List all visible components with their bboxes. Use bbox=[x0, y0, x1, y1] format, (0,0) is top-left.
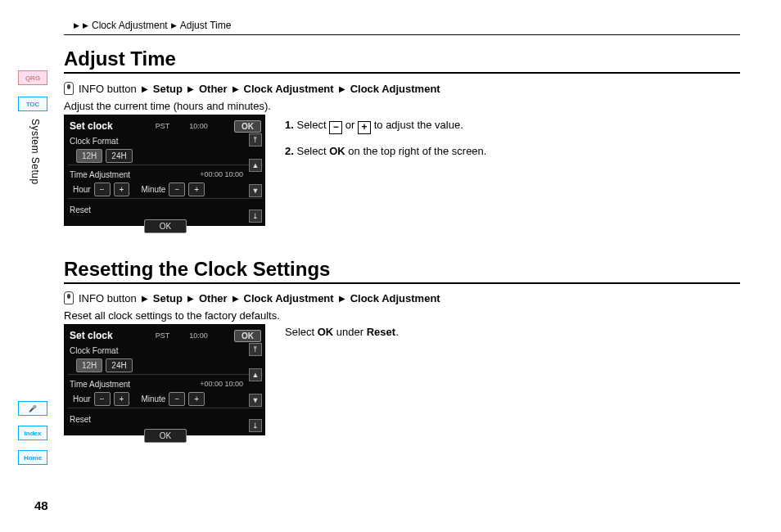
breadcrumb-item[interactable]: Adjust Time bbox=[180, 20, 232, 31]
instruction-steps: 1. Select − or + to adjust the value. 2.… bbox=[285, 118, 498, 169]
triangle-icon: ▶ bbox=[232, 294, 239, 303]
triangle-icon: ▶ bbox=[339, 294, 345, 303]
shot-title: Set clock bbox=[70, 330, 113, 341]
shot-ok-top[interactable]: OK bbox=[234, 120, 261, 133]
scroll-up-icon[interactable]: ▲ bbox=[249, 159, 262, 172]
shot-hour-minus[interactable]: − bbox=[94, 183, 111, 196]
shot-minute-label: Minute bbox=[141, 394, 165, 404]
shot-reset-ok[interactable]: OK bbox=[144, 429, 187, 443]
shot-timezone: PST bbox=[156, 331, 170, 340]
path-clock-adjustment: Clock Adjustment bbox=[350, 292, 440, 304]
shot-time: 10:00 bbox=[189, 122, 208, 130]
shot-time: 10:00 bbox=[189, 331, 208, 340]
shot-offset: +00:00 10:00 bbox=[200, 170, 243, 178]
path-setup: Setup bbox=[153, 83, 183, 95]
tab-index[interactable]: Index bbox=[18, 426, 47, 440]
shot-12h[interactable]: 12H bbox=[76, 149, 102, 163]
voice-icon bbox=[64, 82, 74, 95]
triangle-icon: ▶ bbox=[171, 21, 177, 29]
path-clock-adjustment: Clock Adjustment bbox=[244, 292, 334, 304]
shot-hour-plus[interactable]: + bbox=[114, 392, 130, 406]
shot-hour-plus[interactable]: + bbox=[114, 183, 130, 196]
tab-toc[interactable]: TOC bbox=[18, 97, 47, 111]
heading-reset-clock: Resetting the Clock Settings bbox=[64, 258, 330, 281]
shot-minute-plus[interactable]: + bbox=[188, 392, 205, 406]
shot-reset-ok[interactable]: OK bbox=[144, 219, 187, 233]
triangle-icon: ▶ bbox=[74, 21, 79, 29]
triangle-icon: ▶ bbox=[187, 84, 194, 93]
step-text: to adjust the value. bbox=[374, 119, 463, 131]
screenshot-set-clock: Set clock PST 10:00 OK Clock Format 12H … bbox=[64, 324, 265, 435]
voice-icon bbox=[64, 291, 74, 304]
scroll-top-icon[interactable]: ⤒ bbox=[249, 133, 262, 147]
triangle-icon: ▶ bbox=[339, 84, 345, 93]
breadcrumb-item[interactable]: Clock Adjustment bbox=[92, 20, 168, 31]
path-clock-adjustment: Clock Adjustment bbox=[244, 83, 334, 95]
shot-offset: +00:00 10:00 bbox=[200, 380, 243, 388]
nav-path: INFO button ▶ Setup ▶ Other ▶ Clock Adju… bbox=[64, 82, 440, 95]
triangle-icon: ▶ bbox=[187, 294, 194, 303]
shot-reset-label: Reset bbox=[70, 205, 91, 214]
reset-instruction: Select OK under Reset. bbox=[285, 326, 399, 338]
shot-timezone: PST bbox=[156, 122, 170, 130]
shot-12h[interactable]: 12H bbox=[76, 358, 102, 372]
tab-qrg[interactable]: QRG bbox=[18, 70, 47, 85]
shot-clock-format-label: Clock Format bbox=[70, 137, 118, 146]
scroll-up-icon[interactable]: ▲ bbox=[249, 368, 262, 381]
scroll-down-icon[interactable]: ▼ bbox=[249, 394, 262, 407]
scroll-down-icon[interactable]: ▼ bbox=[249, 184, 262, 197]
path-other: Other bbox=[199, 83, 228, 95]
step-text: Select bbox=[296, 119, 326, 131]
shot-hour-label: Hour bbox=[73, 185, 91, 194]
step-number: 2. bbox=[285, 145, 294, 157]
heading-adjust-time: Adjust Time bbox=[64, 47, 176, 70]
breadcrumb: ▶ ▶ Clock Adjustment ▶ Adjust Time bbox=[74, 20, 231, 31]
shot-minute-minus[interactable]: − bbox=[169, 183, 185, 196]
scroll-bottom-icon[interactable]: ⤓ bbox=[249, 210, 262, 223]
section-label: System Setup bbox=[29, 119, 41, 185]
nav-path: INFO button ▶ Setup ▶ Other ▶ Clock Adju… bbox=[64, 291, 440, 304]
page-number: 48 bbox=[34, 498, 48, 512]
shot-clock-format-label: Clock Format bbox=[70, 346, 118, 355]
tab-home[interactable]: Home bbox=[18, 450, 47, 465]
shot-reset-label: Reset bbox=[70, 415, 91, 424]
shot-time-adjustment-label: Time Adjustment bbox=[70, 170, 130, 179]
path-other: Other bbox=[199, 292, 228, 304]
body-text: Adjust the current time (hours and minut… bbox=[64, 100, 271, 112]
scroll-bottom-icon[interactable]: ⤓ bbox=[249, 419, 262, 432]
path-clock-adjustment: Clock Adjustment bbox=[350, 83, 440, 95]
body-text: Reset all clock settings to the factory … bbox=[64, 309, 280, 322]
scroll-top-icon[interactable]: ⤒ bbox=[249, 343, 262, 356]
shot-minute-plus[interactable]: + bbox=[188, 183, 205, 196]
shot-minute-label: Minute bbox=[141, 185, 165, 194]
shot-minute-minus[interactable]: − bbox=[169, 392, 185, 406]
path-info: INFO button bbox=[79, 83, 137, 95]
step-text: or bbox=[345, 119, 355, 131]
tab-voice[interactable]: 🎤 bbox=[18, 401, 47, 416]
shot-hour-label: Hour bbox=[73, 394, 91, 404]
step-number: 1. bbox=[285, 119, 294, 131]
shot-ok-top[interactable]: OK bbox=[234, 330, 261, 342]
divider bbox=[64, 282, 740, 284]
divider bbox=[64, 72, 740, 74]
shot-24h[interactable]: 24H bbox=[106, 149, 132, 163]
minus-icon: − bbox=[329, 121, 342, 134]
screenshot-set-clock: Set clock PST 10:00 OK Clock Format 12H … bbox=[64, 115, 265, 226]
shot-time-adjustment-label: Time Adjustment bbox=[70, 380, 130, 389]
plus-icon: + bbox=[358, 121, 371, 134]
divider bbox=[64, 34, 740, 35]
shot-title: Set clock bbox=[70, 120, 113, 132]
path-info: INFO button bbox=[79, 292, 137, 304]
triangle-icon: ▶ bbox=[232, 84, 239, 93]
step-text: Select bbox=[296, 145, 329, 157]
path-setup: Setup bbox=[153, 292, 183, 304]
triangle-icon: ▶ bbox=[142, 84, 148, 93]
triangle-icon: ▶ bbox=[142, 294, 148, 303]
shot-hour-minus[interactable]: − bbox=[94, 392, 111, 406]
step-ok: OK bbox=[329, 145, 345, 157]
step-text: on the top right of the screen. bbox=[345, 145, 487, 157]
triangle-icon: ▶ bbox=[83, 21, 88, 29]
shot-24h[interactable]: 24H bbox=[106, 358, 132, 372]
